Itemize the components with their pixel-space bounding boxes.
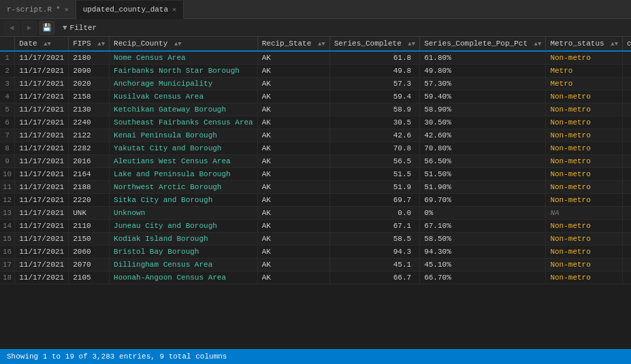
- cell-date: 11/17/2021: [15, 51, 69, 65]
- forward-button[interactable]: ▶: [22, 21, 37, 35]
- tab-r-script[interactable]: r-script.R * ✕: [0, 0, 76, 18]
- col-header-state[interactable]: Recip_State ▲▼: [257, 37, 329, 51]
- cell-metro: Non-metro: [546, 51, 623, 65]
- table-row: 1 11/17/2021 2180 Nome Census Area AK 61…: [0, 51, 631, 65]
- cell-series-pct: 61.80%: [420, 51, 546, 65]
- cell-date: 11/17/2021: [15, 259, 69, 271]
- cell-date: 11/17/2021: [15, 103, 69, 116]
- back-icon: ◀: [10, 23, 14, 32]
- cell-rownum: 7: [0, 129, 15, 142]
- cell-fips: 2016: [69, 155, 110, 168]
- cell-state: AK: [257, 259, 329, 271]
- cell-class: 3: [623, 194, 631, 207]
- cell-fips: 2070: [69, 259, 110, 271]
- table-row: 11 11/17/2021 2188 Northwest Arctic Boro…: [0, 181, 631, 194]
- cell-metro: Non-metro: [546, 90, 623, 103]
- cell-class: 1: [623, 207, 631, 220]
- table-row: 6 11/17/2021 2240 Southeast Fairbanks Ce…: [0, 116, 631, 129]
- col-header-series[interactable]: Series_Complete ▲▼: [329, 37, 419, 51]
- table-row: 2 11/17/2021 2090 Fairbanks North Star B…: [0, 65, 631, 78]
- cell-fips: 2060: [69, 246, 110, 259]
- cell-metro: Non-metro: [546, 220, 623, 233]
- col-header-metro[interactable]: Metro_status ▲▼: [546, 37, 623, 51]
- col-header-fips[interactable]: FIPS ▲▼: [69, 37, 110, 51]
- cell-rownum: 10: [0, 168, 15, 181]
- cell-series: 69.7: [329, 194, 419, 207]
- cell-rownum: 9: [0, 155, 15, 168]
- cell-county: Fairbanks North Star Borough: [110, 65, 258, 78]
- cell-series-pct: 49.80%: [420, 65, 546, 78]
- cell-county: Lake and Peninsula Borough: [110, 168, 258, 181]
- col-header-county[interactable]: Recip_County ▲▼: [110, 37, 258, 51]
- table-header-row: Date ▲▼ FIPS ▲▼ Recip_County ▲▼ Recip_St…: [0, 37, 631, 51]
- cell-series-pct: 57.30%: [420, 78, 546, 90]
- cell-county: Southeast Fairbanks Census Area: [110, 116, 258, 129]
- cell-rownum: 18: [0, 271, 15, 284]
- cell-rownum: 17: [0, 259, 15, 271]
- cell-county: Ketchikan Gateway Borough: [110, 103, 258, 116]
- cell-series: 0.0: [329, 207, 419, 220]
- cell-state: AK: [257, 194, 329, 207]
- cell-series-pct: 69.70%: [420, 194, 546, 207]
- cell-class: 3: [623, 51, 631, 65]
- cell-county: Hoonah-Angoon Census Area: [110, 271, 258, 284]
- cell-date: 11/17/2021: [15, 142, 69, 155]
- cell-rownum: 11: [0, 181, 15, 194]
- cell-series: 49.8: [329, 65, 419, 78]
- cell-series-pct: 42.60%: [420, 129, 546, 142]
- cell-fips: 2105: [69, 271, 110, 284]
- cell-rownum: 1: [0, 51, 15, 65]
- cell-series-pct: 58.50%: [420, 233, 546, 246]
- sort-icon-metro: ▲▼: [611, 41, 618, 48]
- cell-fips: 2020: [69, 78, 110, 90]
- cell-date: 11/17/2021: [15, 207, 69, 220]
- col-header-class[interactable]: class ▲▼: [623, 37, 631, 51]
- cell-rownum: 8: [0, 142, 15, 155]
- cell-fips: 2220: [69, 194, 110, 207]
- cell-fips: UNK: [69, 207, 110, 220]
- sort-icon-county: ▲▼: [174, 41, 182, 48]
- col-header-date[interactable]: Date ▲▼: [15, 37, 69, 51]
- save-button[interactable]: 💾: [39, 21, 54, 35]
- cell-metro: Non-metro: [546, 129, 623, 142]
- table-container[interactable]: Date ▲▼ FIPS ▲▼ Recip_County ▲▼ Recip_St…: [0, 37, 631, 349]
- table-row: 8 11/17/2021 2282 Yakutat City and Borou…: [0, 142, 631, 155]
- cell-series: 66.7: [329, 271, 419, 284]
- table-row: 7 11/17/2021 2122 Kenai Peninsula Boroug…: [0, 129, 631, 142]
- table-row: 15 11/17/2021 2150 Kodiak Island Borough…: [0, 233, 631, 246]
- cell-metro: Non-metro: [546, 246, 623, 259]
- cell-metro: Non-metro: [546, 142, 623, 155]
- tab-updated-county-close[interactable]: ✕: [172, 5, 176, 14]
- cell-date: 11/17/2021: [15, 155, 69, 168]
- sort-icon-fips: ▲▼: [97, 41, 105, 48]
- cell-series-pct: 70.80%: [420, 142, 546, 155]
- back-button[interactable]: ◀: [4, 21, 19, 35]
- cell-rownum: 3: [0, 78, 15, 90]
- cell-class: 3: [623, 220, 631, 233]
- cell-state: AK: [257, 65, 329, 78]
- col-header-series-pct[interactable]: Series_Complete_Pop_Pct ▲▼: [420, 37, 546, 51]
- cell-date: 11/17/2021: [15, 220, 69, 233]
- cell-fips: 2110: [69, 220, 110, 233]
- cell-class: 4: [623, 246, 631, 259]
- cell-county: Kodiak Island Borough: [110, 233, 258, 246]
- cell-metro: Non-metro: [546, 259, 623, 271]
- sort-icon-date: ▲▼: [44, 41, 51, 48]
- cell-class: 3: [623, 168, 631, 181]
- table-row: 9 11/17/2021 2016 Aleutians West Census …: [0, 155, 631, 168]
- tab-updated-county[interactable]: updated_county_data ✕: [76, 1, 184, 19]
- status-text: Showing 1 to 19 of 3,283 entries, 9 tota…: [7, 352, 227, 361]
- cell-series: 58.9: [329, 103, 419, 116]
- cell-state: AK: [257, 233, 329, 246]
- cell-county: Bristol Bay Borough: [110, 246, 258, 259]
- cell-date: 11/17/2021: [15, 90, 69, 103]
- cell-metro: Non-metro: [546, 233, 623, 246]
- tab-r-script-close[interactable]: ✕: [65, 5, 69, 14]
- cell-metro: Non-metro: [546, 155, 623, 168]
- table-row: 17 11/17/2021 2070 Dillingham Census Are…: [0, 259, 631, 271]
- filter-button[interactable]: ▼ Filter: [57, 21, 102, 35]
- cell-date: 11/17/2021: [15, 194, 69, 207]
- cell-state: AK: [257, 207, 329, 220]
- cell-series-pct: 59.40%: [420, 90, 546, 103]
- cell-state: AK: [257, 142, 329, 155]
